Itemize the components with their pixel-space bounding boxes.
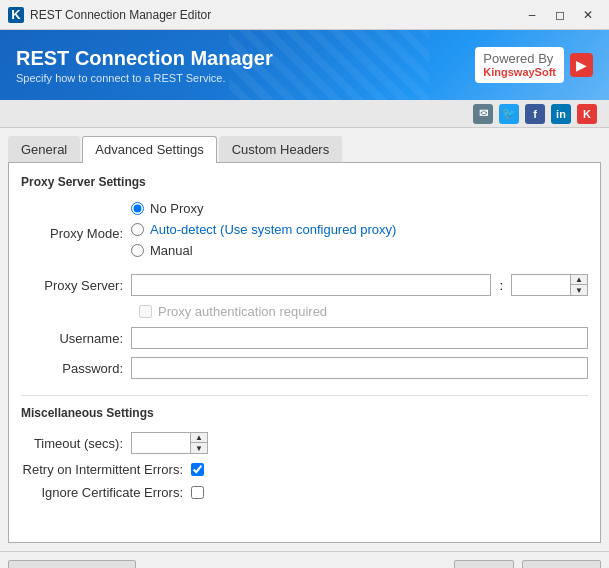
- username-input[interactable]: [131, 327, 588, 349]
- brand-name: KingswaySoft: [483, 66, 556, 79]
- form-panel: Proxy Server Settings Proxy Mode: No Pro…: [8, 163, 601, 543]
- footer-right-buttons: OK Cancel: [454, 560, 601, 568]
- cancel-button[interactable]: Cancel: [522, 560, 601, 568]
- retry-checkbox[interactable]: [191, 463, 204, 476]
- banner-subtitle: Specify how to connect to a REST Service…: [16, 72, 273, 84]
- misc-section: Miscellaneous Settings Timeout (secs): 1…: [21, 395, 588, 500]
- port-spinner: 0 ▲ ▼: [511, 274, 588, 296]
- window-title: REST Connection Manager Editor: [30, 8, 211, 22]
- close-button[interactable]: ✕: [575, 5, 601, 25]
- header-banner: REST Connection Manager Specify how to c…: [0, 30, 609, 100]
- radio-manual: Manual: [131, 243, 396, 258]
- username-row: Username:: [21, 327, 588, 349]
- timeout-label: Timeout (secs):: [21, 436, 131, 451]
- port-input[interactable]: 0: [511, 274, 571, 296]
- auto-detect-radio[interactable]: [131, 223, 144, 236]
- radio-no-proxy: No Proxy: [131, 201, 396, 216]
- no-proxy-radio[interactable]: [131, 202, 144, 215]
- footer: Test Connection OK Cancel: [0, 551, 609, 568]
- proxy-auth-check: Proxy authentication required: [139, 304, 327, 319]
- minimize-button[interactable]: –: [519, 5, 545, 25]
- port-separator: :: [499, 278, 503, 293]
- ignore-cert-checkbox[interactable]: [191, 486, 204, 499]
- port-increment-button[interactable]: ▲: [571, 275, 587, 285]
- retry-label: Retry on Intermittent Errors:: [21, 462, 191, 477]
- k-icon[interactable]: K: [577, 104, 597, 124]
- banner-right: Powered By KingswaySoft ▶: [475, 47, 593, 84]
- username-label: Username:: [21, 331, 131, 346]
- proxy-mode-row: Proxy Mode: No Proxy Auto-detect (Use sy…: [21, 201, 588, 266]
- timeout-input[interactable]: 120: [131, 432, 191, 454]
- radio-auto-detect: Auto-detect (Use system configured proxy…: [131, 222, 396, 237]
- proxy-section-title: Proxy Server Settings: [21, 175, 588, 191]
- proxy-server-inputs: : 0 ▲ ▼: [131, 274, 588, 296]
- proxy-server-input[interactable]: [131, 274, 491, 296]
- ignore-cert-row: Ignore Certificate Errors:: [21, 485, 588, 500]
- title-bar-left: K REST Connection Manager Editor: [8, 7, 211, 23]
- tab-custom-headers[interactable]: Custom Headers: [219, 136, 343, 162]
- timeout-spinner: 120 ▲ ▼: [131, 432, 208, 454]
- banner-text: REST Connection Manager Specify how to c…: [16, 47, 273, 84]
- proxy-auth-row: Proxy authentication required: [139, 304, 588, 319]
- facebook-icon[interactable]: f: [525, 104, 545, 124]
- proxy-mode-label: Proxy Mode:: [21, 226, 131, 241]
- linkedin-icon[interactable]: in: [551, 104, 571, 124]
- tab-advanced-settings[interactable]: Advanced Settings: [82, 136, 216, 163]
- email-icon[interactable]: ✉: [473, 104, 493, 124]
- app-icon: K: [8, 7, 24, 23]
- password-row: Password:: [21, 357, 588, 379]
- timeout-increment-button[interactable]: ▲: [191, 433, 207, 443]
- manual-radio[interactable]: [131, 244, 144, 257]
- tabs: General Advanced Settings Custom Headers: [8, 136, 601, 163]
- proxy-server-row: Proxy Server: : 0 ▲ ▼: [21, 274, 588, 296]
- password-label: Password:: [21, 361, 131, 376]
- no-proxy-label: No Proxy: [150, 201, 203, 216]
- window-controls: – ◻ ✕: [519, 5, 601, 25]
- timeout-row: Timeout (secs): 120 ▲ ▼: [21, 432, 588, 454]
- timeout-spinner-buttons: ▲ ▼: [191, 432, 208, 454]
- youtube-button[interactable]: ▶: [570, 53, 593, 77]
- restore-button[interactable]: ◻: [547, 5, 573, 25]
- manual-label: Manual: [150, 243, 193, 258]
- port-decrement-button[interactable]: ▼: [571, 285, 587, 295]
- retry-check: [191, 463, 204, 476]
- test-connection-button[interactable]: Test Connection: [8, 560, 136, 568]
- banner-title: REST Connection Manager: [16, 47, 273, 70]
- ignore-cert-label: Ignore Certificate Errors:: [21, 485, 191, 500]
- proxy-auth-checkbox[interactable]: [139, 305, 152, 318]
- proxy-auth-label: Proxy authentication required: [158, 304, 327, 319]
- twitter-icon[interactable]: 🐦: [499, 104, 519, 124]
- retry-row: Retry on Intermittent Errors:: [21, 462, 588, 477]
- ignore-cert-check: [191, 486, 204, 499]
- ok-button[interactable]: OK: [454, 560, 513, 568]
- timeout-decrement-button[interactable]: ▼: [191, 443, 207, 453]
- port-spinner-buttons: ▲ ▼: [571, 274, 588, 296]
- tab-general[interactable]: General: [8, 136, 80, 162]
- title-bar: K REST Connection Manager Editor – ◻ ✕: [0, 0, 609, 30]
- app-icon-letter: K: [11, 7, 20, 22]
- password-input[interactable]: [131, 357, 588, 379]
- social-bar: ✉ 🐦 f in K: [0, 100, 609, 128]
- misc-section-title: Miscellaneous Settings: [21, 406, 588, 422]
- main-content: General Advanced Settings Custom Headers…: [0, 128, 609, 551]
- auto-detect-label: Auto-detect (Use system configured proxy…: [150, 222, 396, 237]
- powered-by-text: Powered By: [483, 51, 556, 67]
- proxy-mode-options: No Proxy Auto-detect (Use system configu…: [131, 201, 396, 258]
- proxy-server-label: Proxy Server:: [21, 278, 131, 293]
- ks-logo: Powered By KingswaySoft: [475, 47, 564, 84]
